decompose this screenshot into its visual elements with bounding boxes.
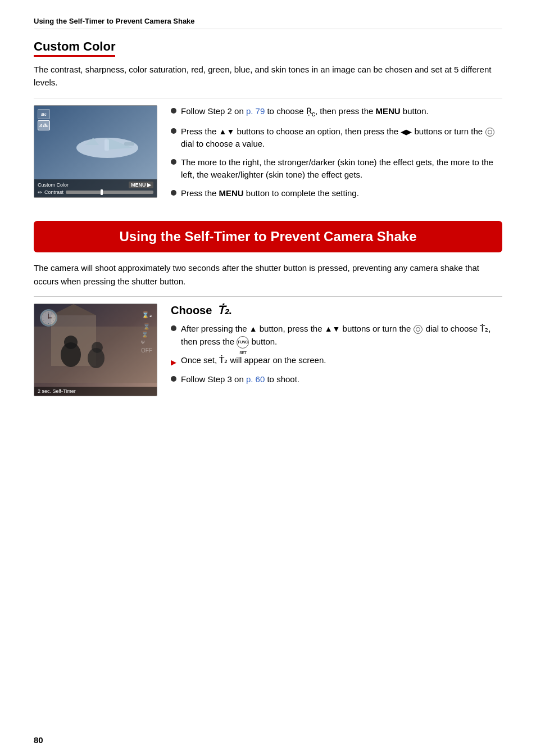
cam-menu-btn: MENU ▶	[129, 182, 153, 188]
bullet-circle-3	[171, 159, 176, 165]
self-timer-intro: The camera will shoot approximately two …	[34, 261, 502, 288]
st-bullet-circle-1	[171, 325, 176, 331]
svg-rect-5	[124, 142, 134, 146]
page-header: Using the Self-Timer to Prevent Camera S…	[34, 17, 502, 29]
cc-icon-ac: Aẞc	[38, 120, 50, 130]
bullet-circle-1	[171, 108, 176, 114]
st-bullet-2-text: Once set, Ṫ₂ will appear on the screen.	[181, 354, 326, 367]
link-p60[interactable]: p. 60	[246, 374, 265, 384]
camera-screen-cc: Bc Aẞc Custom Color MENU ▶ ⇔ Contrast	[34, 106, 157, 197]
st-icon-timer2: ⌛₂	[141, 310, 152, 320]
self-timer-bullets: After pressing the ▲ button, press the ▲…	[171, 323, 502, 386]
st-up-arrow: ▲	[249, 324, 257, 333]
cam-contrast-label: Contrast	[44, 189, 63, 195]
st-arrows-key: ▲▼	[325, 324, 340, 333]
cc-icon-bc: Bc	[38, 109, 50, 119]
st-icons-right: ⌛₂ ⌛ ⌛ᴪ OFF	[141, 310, 152, 355]
bullet-4: Press the MENU button to complete the se…	[171, 187, 502, 200]
bullet-4-text: Press the MENU button to complete the se…	[181, 187, 359, 200]
page-number: 80	[34, 735, 43, 745]
self-timer-content: 🕒 ⌛₂ ⌛ ⌛ᴪ OFF 2 sec. Self-Timer Choose Ṫ…	[34, 304, 502, 396]
arrows-key: ▲▼	[219, 127, 235, 136]
cam-overlay-row1: Custom Color MENU ▶	[38, 182, 153, 188]
svg-rect-6	[105, 139, 109, 151]
bullet-1-text: Follow Step 2 on p. 79 to choose Ṝc, the…	[181, 105, 429, 120]
custom-color-screenshot: Bc Aẞc Custom Color MENU ▶ ⇔ Contrast	[34, 105, 157, 198]
bullet-circle-4	[171, 190, 176, 196]
cam-contrast-indicator	[101, 189, 103, 195]
custom-color-bullets: Follow Step 2 on p. 79 to choose Ṝc, the…	[171, 105, 502, 205]
choose-symbol: Ṫ₂	[217, 304, 229, 316]
cam-contrast-row: ⇔ Contrast	[38, 189, 153, 195]
st-icon-timer3: ⌛ᴪ	[141, 333, 152, 343]
bullet-1: Follow Step 2 on p. 79 to choose Ṝc, the…	[171, 105, 502, 120]
self-timer-title: Using the Self-Timer to Prevent Camera S…	[119, 229, 416, 244]
st-bullet-3-text: Follow Step 3 on p. 60 to shoot.	[181, 373, 299, 386]
cam-contrast-icon: ⇔	[38, 189, 42, 195]
choose-title: Choose Ṫ₂.	[171, 304, 502, 317]
lr-arrows-key: ◀▶	[401, 128, 412, 136]
bullet-2-text: Press the ▲▼ buttons to choose an option…	[181, 125, 502, 151]
cam-contrast-bar	[66, 191, 153, 194]
link-p79[interactable]: p. 79	[246, 106, 265, 116]
st-bullet-circle-3	[171, 376, 176, 382]
bullet-3-text: The more to the right, the stronger/dark…	[181, 156, 502, 182]
dial-icon-1	[485, 128, 494, 137]
st-overlay-label: 2 sec. Self-Timer	[38, 388, 76, 394]
menu-key-2: MENU	[219, 188, 244, 198]
page: Using the Self-Timer to Prevent Camera S…	[0, 0, 536, 756]
bullet-2: Press the ▲▼ buttons to choose an option…	[171, 125, 502, 151]
st-bullet-2: ▶ Once set, Ṫ₂ will appear on the screen…	[171, 354, 502, 368]
bullet-3: The more to the right, the stronger/dark…	[171, 156, 502, 182]
choose-label: Choose	[171, 304, 212, 316]
self-timer-screenshot: 🕒 ⌛₂ ⌛ ⌛ᴪ OFF 2 sec. Self-Timer	[34, 304, 157, 396]
st-bullet-3: Follow Step 3 on p. 60 to shoot.	[171, 373, 502, 386]
st-top-symbol: 🕒	[39, 309, 58, 327]
svg-point-14	[92, 342, 103, 353]
arrow-right-1: ▶	[171, 357, 176, 368]
choose-text-section: Choose Ṫ₂. After pressing the ▲ button, …	[171, 304, 502, 396]
camera-screen-st: 🕒 ⌛₂ ⌛ ⌛ᴪ OFF 2 sec. Self-Timer	[34, 304, 157, 396]
st-icon-timer-other: ⌛	[141, 322, 152, 332]
dial-icon-2	[414, 325, 423, 334]
custom-color-title: Custom Color	[34, 39, 115, 57]
cam-custom-color-label: Custom Color	[38, 182, 69, 188]
svg-point-12	[64, 336, 78, 349]
divider-2	[34, 296, 502, 297]
self-timer-section-header: Using the Self-Timer to Prevent Camera S…	[34, 221, 502, 252]
header-title: Using the Self-Timer to Prevent Camera S…	[34, 17, 195, 25]
custom-color-content: Bc Aẞc Custom Color MENU ▶ ⇔ Contrast	[34, 105, 502, 205]
st-bullet-1: After pressing the ▲ button, press the ▲…	[171, 323, 502, 348]
custom-color-section: Custom Color The contrast, sharpness, co…	[34, 39, 502, 205]
st-overlay: 2 sec. Self-Timer	[34, 387, 157, 396]
cam-overlay-cc: Custom Color MENU ▶ ⇔ Contrast	[34, 179, 157, 197]
func-set-btn: FUNCSET	[237, 336, 249, 348]
st-icon-off: OFF	[141, 345, 152, 355]
divider-1	[34, 98, 502, 98]
menu-key-1: MENU	[376, 106, 401, 116]
custom-color-intro: The contrast, sharpness, color saturatio…	[34, 64, 502, 89]
st-bullet-1-text: After pressing the ▲ button, press the ▲…	[181, 323, 502, 348]
bullet-circle-2	[171, 128, 176, 134]
cc-mode-icons: Bc Aẞc	[38, 109, 50, 130]
